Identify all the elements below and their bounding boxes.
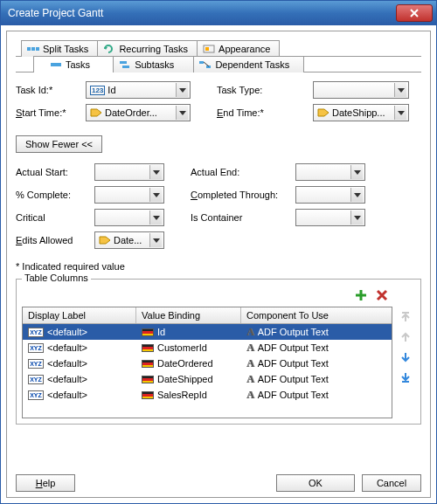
is-container-label: Is Container bbox=[191, 212, 295, 223]
chevron-down-icon bbox=[350, 211, 363, 224]
combo-value: DateOrder... bbox=[105, 107, 173, 118]
table-header: Display Label Value Binding Component To… bbox=[23, 307, 392, 324]
text-component-icon: A bbox=[246, 389, 254, 402]
start-time-combo[interactable]: DateOrder... bbox=[86, 104, 191, 121]
table-row[interactable]: XYZ<default>SalesRepIdAADF Output Text bbox=[23, 387, 392, 403]
cell-display: <default> bbox=[47, 327, 87, 337]
end-time-combo[interactable]: DateShipp... bbox=[313, 104, 409, 121]
th-component[interactable]: Component To Use bbox=[241, 307, 392, 323]
flag-icon bbox=[142, 328, 154, 336]
cell-display: <default> bbox=[47, 342, 87, 353]
arrow-down-icon bbox=[399, 351, 412, 363]
task-type-label: Task Type: bbox=[217, 85, 313, 95]
cell-component: ADF Output Text bbox=[258, 374, 329, 384]
svg-rect-6 bbox=[120, 61, 127, 64]
cell-component: ADF Output Text bbox=[258, 342, 329, 353]
cell-binding: Id bbox=[157, 327, 165, 337]
svg-rect-5 bbox=[51, 63, 61, 66]
arrow-bottom-icon bbox=[399, 371, 412, 383]
th-binding[interactable]: Value Binding bbox=[136, 307, 241, 323]
tasks-icon bbox=[50, 60, 62, 69]
critical-label: Critical bbox=[16, 212, 94, 223]
chevron-down-icon bbox=[149, 188, 162, 202]
show-fewer-button[interactable]: Show Fewer << bbox=[16, 135, 102, 153]
cancel-button[interactable]: Cancel bbox=[362, 474, 421, 492]
tab-label: Subtasks bbox=[135, 59, 174, 70]
svg-rect-1 bbox=[31, 47, 35, 51]
table-columns-group: Table Columns Display Label Value Bindin… bbox=[16, 279, 421, 425]
cell-component: ADF Output Text bbox=[258, 390, 329, 400]
chevron-down-icon bbox=[350, 188, 363, 202]
tabs-sub: Tasks Subtasks Dependent Tasks bbox=[33, 56, 421, 72]
cell-binding: CustomerId bbox=[157, 342, 207, 353]
table-row[interactable]: XYZ<default>IdAADF Output Text bbox=[23, 324, 392, 340]
completed-through-label: Completed Through: bbox=[191, 190, 295, 200]
ok-button[interactable]: OK bbox=[276, 474, 355, 492]
task-id-label: Task Id:* bbox=[16, 85, 86, 95]
combo-value: DateShipp... bbox=[332, 107, 392, 118]
tab-label: Split Tasks bbox=[43, 44, 88, 54]
move-bottom-button[interactable] bbox=[397, 369, 414, 386]
tab-tasks[interactable]: Tasks bbox=[33, 56, 114, 72]
table-row[interactable]: XYZ<default>CustomerIdAADF Output Text bbox=[23, 340, 392, 356]
delete-icon bbox=[376, 289, 388, 301]
remove-column-button[interactable] bbox=[373, 287, 391, 304]
window-title: Create Project Gantt bbox=[8, 7, 396, 19]
chevron-down-icon bbox=[149, 233, 162, 247]
tab-dependent-tasks[interactable]: Dependent Tasks bbox=[193, 56, 304, 72]
table-row[interactable]: XYZ<default>DateShippedAADF Output Text bbox=[23, 371, 392, 387]
th-display[interactable]: Display Label bbox=[23, 307, 136, 323]
numeric-icon: 123 bbox=[90, 86, 105, 95]
cell-component: ADF Output Text bbox=[258, 327, 329, 337]
flag-icon bbox=[142, 344, 154, 352]
task-type-combo[interactable] bbox=[313, 81, 409, 99]
move-top-button[interactable] bbox=[397, 308, 414, 326]
xyz-icon: XYZ bbox=[28, 375, 44, 384]
close-button[interactable] bbox=[396, 4, 433, 22]
svg-rect-0 bbox=[27, 47, 31, 51]
chevron-down-icon bbox=[149, 211, 162, 224]
tab-split-tasks[interactable]: Split Tasks bbox=[21, 40, 98, 57]
chevron-down-icon bbox=[394, 83, 406, 97]
tab-subtasks[interactable]: Subtasks bbox=[113, 56, 194, 72]
move-up-button[interactable] bbox=[397, 328, 414, 346]
edits-allowed-combo[interactable]: Date... bbox=[94, 231, 164, 249]
text-component-icon: A bbox=[246, 342, 254, 355]
required-note: * Indicated required value bbox=[16, 261, 421, 272]
fields-secondary: Actual Start: Actual End: % Complete: Co… bbox=[16, 163, 421, 249]
pct-complete-label: % Complete: bbox=[16, 190, 94, 200]
table-row[interactable]: XYZ<default>DateOrderedAADF Output Text bbox=[23, 356, 392, 371]
cell-component: ADF Output Text bbox=[258, 358, 329, 369]
help-button[interactable]: Help bbox=[16, 474, 75, 492]
tab-recurring-tasks[interactable]: Recurring Tasks bbox=[97, 40, 198, 57]
add-column-button[interactable] bbox=[352, 287, 370, 304]
critical-combo[interactable] bbox=[94, 209, 164, 226]
tab-appearance[interactable]: Appearance bbox=[197, 40, 280, 57]
tag-icon bbox=[99, 236, 111, 245]
columns-table[interactable]: Display Label Value Binding Component To… bbox=[22, 307, 392, 418]
pct-complete-combo[interactable] bbox=[94, 186, 164, 204]
move-down-button[interactable] bbox=[397, 349, 414, 366]
chevron-down-icon bbox=[394, 106, 406, 120]
chevron-down-icon bbox=[176, 83, 188, 97]
close-icon bbox=[410, 9, 419, 17]
recurring-tasks-icon bbox=[103, 45, 115, 53]
flag-icon bbox=[142, 376, 154, 383]
reorder-buttons bbox=[396, 307, 415, 418]
completed-through-combo[interactable] bbox=[295, 186, 365, 204]
dependent-tasks-icon bbox=[199, 60, 212, 69]
appearance-icon bbox=[203, 45, 215, 53]
is-container-combo[interactable] bbox=[295, 209, 365, 226]
plus-icon bbox=[355, 289, 367, 301]
flag-icon bbox=[142, 360, 154, 368]
actual-end-combo[interactable] bbox=[295, 163, 365, 181]
cell-binding: SalesRepId bbox=[157, 390, 207, 400]
group-title: Table Columns bbox=[22, 273, 91, 283]
combo-value: Id bbox=[108, 85, 173, 95]
actual-start-combo[interactable] bbox=[94, 163, 164, 181]
arrow-top-icon bbox=[399, 311, 412, 323]
actual-start-label: Actual Start: bbox=[16, 167, 94, 177]
cell-binding: DateShipped bbox=[157, 374, 213, 384]
task-id-combo[interactable]: 123 Id bbox=[86, 81, 191, 99]
cell-display: <default> bbox=[47, 358, 87, 369]
